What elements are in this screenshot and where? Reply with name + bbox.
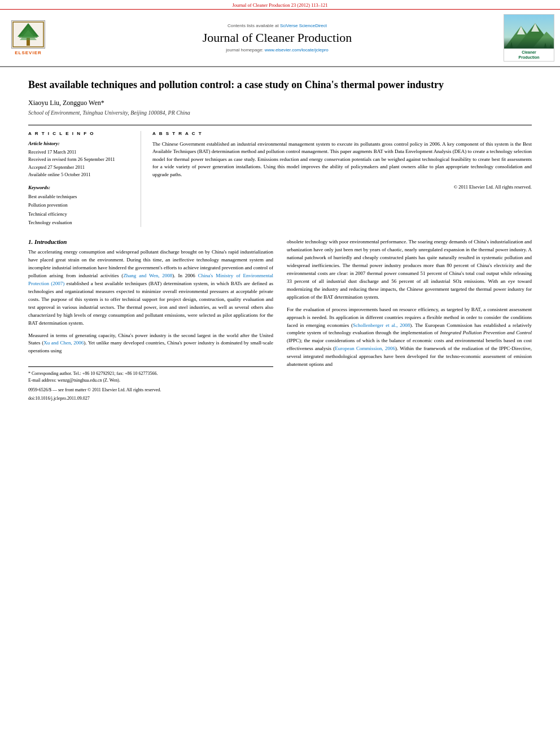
keyword-1: Best available techniques	[28, 193, 132, 201]
paper-title: Best available techniques and pollution …	[28, 78, 532, 91]
right-para-2: For the evaluation of process improvemen…	[287, 306, 532, 369]
journal-citation-text: Journal of Cleaner Production 23 (2012) …	[232, 2, 327, 8]
body-right-col: obsolete technology with poor environmen…	[287, 238, 532, 401]
body-section: 1. Introduction The accelerating energy …	[28, 238, 532, 401]
abstract-label: A B S T R A C T	[152, 131, 532, 136]
keyword-2: Pollution prevention	[28, 201, 132, 209]
footnote-email: E-mail address: wenzg@tsinghua.edu.cn (Z…	[28, 377, 273, 384]
history-label: Article history:	[28, 141, 132, 146]
article-dates: Received 17 March 2011 Received in revis…	[28, 148, 132, 179]
article-info-col: A R T I C L E I N F O Article history: R…	[28, 131, 141, 228]
issn-line: 0959-6526/$ — see front matter © 2011 El…	[28, 387, 273, 392]
sciverse-link[interactable]: SciVerse ScienceDirect	[280, 23, 327, 28]
abstract-text: The Chinese Government established an in…	[152, 141, 532, 179]
journal-citation-bar: Journal of Cleaner Production 23 (2012) …	[0, 0, 560, 10]
footnote-corresponding: * Corresponding author. Tel.: +86 10 627…	[28, 370, 273, 377]
svg-marker-12	[510, 42, 513, 49]
main-content: Best available techniques and pollution …	[0, 67, 560, 412]
ref-xu-chen[interactable]: Xu and Chen, 2006	[43, 340, 84, 346]
affiliation: School of Environment, Tsinghua Universi…	[28, 110, 532, 116]
cp-image	[504, 15, 554, 49]
keywords-label: Keywords:	[28, 185, 132, 190]
article-info-abstract-section: A R T I C L E I N F O Article history: R…	[28, 125, 532, 228]
available-date: Available online 5 October 2011	[28, 171, 132, 179]
journal-title: Journal of Cleaner Production	[56, 30, 498, 45]
journal-center-info: Contents lists available at SciVerse Sci…	[56, 23, 498, 53]
article-info-label: A R T I C L E I N F O	[28, 131, 132, 136]
elsevier-logo: ELSEVIER	[6, 20, 51, 55]
received-revised-date: Received in revised form 26 September 20…	[28, 156, 132, 164]
journal-homepage-link[interactable]: www.elsevier.com/locate/jclepro	[265, 47, 329, 53]
ref-ec-2006[interactable]: European Commission, 2006	[335, 346, 395, 351]
keyword-3: Technical efficiency	[28, 210, 132, 219]
keyword-4: Technology evaluation	[28, 219, 132, 227]
ref-schollenberger[interactable]: Schollenberger et al., 2008	[353, 322, 410, 328]
cleaner-production-logo: Cleaner Production	[504, 14, 554, 62]
intro-para-2: Measured in terms of generating capacity…	[28, 332, 273, 356]
elsevier-wordmark: ELSEVIER	[15, 50, 42, 55]
doi-line: doi:10.1016/j.jclepro.2011.09.027	[28, 396, 273, 401]
keywords-list: Best available techniques Pollution prev…	[28, 193, 132, 227]
body-two-col: 1. Introduction The accelerating energy …	[28, 238, 532, 401]
intro-para-1: The accelerating energy consumption and …	[28, 248, 273, 327]
accepted-date: Accepted 27 September 2011	[28, 164, 132, 172]
footnote-section: * Corresponding author. Tel.: +86 10 627…	[28, 366, 273, 401]
authors: Xiaoyu Liu, Zongguo Wen*	[28, 99, 532, 107]
copyright-line: © 2011 Elsevier Ltd. All rights reserved…	[152, 184, 532, 190]
journal-header: ELSEVIER Contents lists available at Sci…	[0, 10, 560, 67]
abstract-col: A B S T R A C T The Chinese Government e…	[152, 131, 532, 228]
cp-label: Cleaner Production	[518, 49, 541, 61]
intro-heading: 1. Introduction	[28, 238, 273, 245]
ref-zhang-wen[interactable]: Zhang and Wen, 2008	[123, 273, 172, 278]
svg-marker-14	[549, 44, 553, 49]
sciverse-line: Contents lists available at SciVerse Sci…	[56, 23, 498, 28]
right-para-1: obsolete technology with poor environmen…	[287, 238, 532, 302]
elsevier-tree-image	[11, 20, 45, 49]
body-left-col: 1. Introduction The accelerating energy …	[28, 238, 273, 401]
svg-marker-13	[544, 43, 547, 49]
journal-homepage: journal homepage: www.elsevier.com/locat…	[56, 47, 498, 53]
received-date: Received 17 March 2011	[28, 148, 132, 156]
